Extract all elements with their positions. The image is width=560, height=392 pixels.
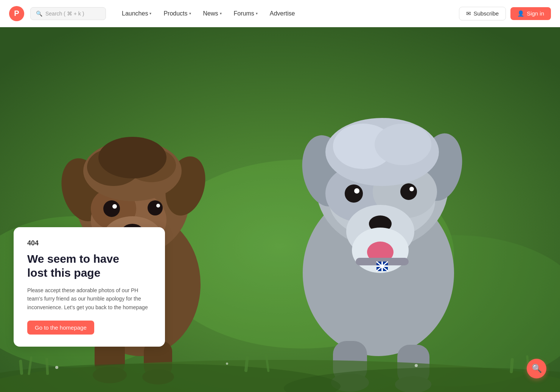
svg-point-19 xyxy=(98,137,166,178)
error-code: 404 xyxy=(27,239,151,247)
search-placeholder: Search ( ⌘ + k ) xyxy=(45,11,84,17)
error-heading-line2: lost this page xyxy=(27,266,100,279)
svg-point-14 xyxy=(112,204,117,209)
main-nav: Launches ▾ Products ▾ News ▾ Forums ▾ Ad… xyxy=(117,7,453,20)
svg-point-64 xyxy=(226,363,228,365)
main-header: P 🔍 Search ( ⌘ + k ) Launches ▾ Products… xyxy=(0,0,560,27)
svg-point-42 xyxy=(375,124,431,165)
subscribe-button[interactable]: ✉ Subscribe xyxy=(459,7,506,20)
nav-item-news[interactable]: News ▾ xyxy=(198,7,227,20)
svg-point-63 xyxy=(55,366,58,369)
signin-button[interactable]: 👤 Sign in xyxy=(510,7,551,20)
chevron-down-icon: ▾ xyxy=(189,11,191,15)
nav-label-products: Products xyxy=(163,10,187,17)
logo-wrapper: P xyxy=(9,6,24,21)
logo-button[interactable]: P xyxy=(9,6,24,21)
svg-point-35 xyxy=(400,183,417,200)
nav-label-forums: Forums xyxy=(234,10,254,17)
nav-label-advertise: Advertise xyxy=(270,10,295,17)
floating-search-icon: 🔍 xyxy=(532,364,542,373)
svg-point-15 xyxy=(156,204,160,208)
logo-letter: P xyxy=(14,9,19,18)
svg-point-37 xyxy=(409,187,414,191)
error-heading-line1: We seem to have xyxy=(27,253,119,265)
floating-search-button[interactable]: 🔍 xyxy=(527,359,546,378)
error-card: 404 We seem to have lost this page Pleas… xyxy=(14,227,165,347)
nav-right: ✉ Subscribe 👤 Sign in xyxy=(459,7,551,20)
svg-point-36 xyxy=(354,188,359,194)
error-heading: We seem to have lost this page xyxy=(27,252,151,280)
mail-icon: ✉ xyxy=(466,10,471,17)
signin-label: Sign in xyxy=(527,10,544,17)
user-icon: 👤 xyxy=(517,10,524,17)
go-to-homepage-button[interactable]: Go to the homepage xyxy=(27,321,94,335)
svg-point-34 xyxy=(345,184,363,203)
chevron-down-icon: ▾ xyxy=(220,11,222,15)
chevron-down-icon: ▾ xyxy=(149,11,151,15)
svg-point-12 xyxy=(103,200,120,217)
chevron-down-icon: ▾ xyxy=(256,11,258,15)
search-box[interactable]: 🔍 Search ( ⌘ + k ) xyxy=(30,7,106,20)
svg-point-13 xyxy=(148,200,163,215)
nav-item-products[interactable]: Products ▾ xyxy=(158,7,196,20)
nav-label-news: News xyxy=(203,10,218,17)
subscribe-label: Subscribe xyxy=(473,10,499,17)
search-icon: 🔍 xyxy=(36,11,42,17)
nav-item-advertise[interactable]: Advertise xyxy=(264,7,300,20)
nav-item-forums[interactable]: Forums ▾ xyxy=(229,7,263,20)
error-description: Please accept these adorable photos of o… xyxy=(27,286,151,311)
nav-label-launches: Launches xyxy=(122,10,148,17)
nav-item-launches[interactable]: Launches ▾ xyxy=(117,7,157,20)
svg-point-65 xyxy=(415,364,418,367)
